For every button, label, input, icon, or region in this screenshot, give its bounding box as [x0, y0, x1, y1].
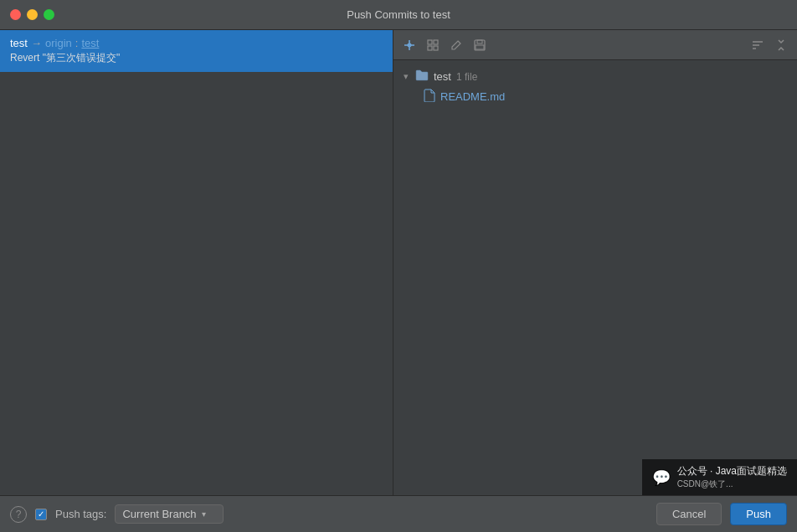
chevron-down-icon: ▾ [404, 71, 409, 82]
push-tags-checkbox[interactable]: ✓ [35, 509, 47, 520]
traffic-lights [10, 9, 54, 20]
remote-name: origin [45, 37, 72, 49]
edit-icon[interactable] [447, 36, 465, 54]
commit-item[interactable]: test → origin : test Revert "第三次错误提交" [0, 30, 393, 72]
toolbar-right [748, 36, 790, 54]
help-button[interactable]: ? [10, 506, 27, 523]
checkmark-icon: ✓ [38, 509, 44, 519]
main-content: test → origin : test Revert "第三次错误提交" [0, 30, 797, 495]
push-button[interactable]: Push [730, 503, 787, 525]
svg-rect-3 [428, 40, 432, 44]
pin-icon[interactable] [400, 36, 419, 54]
branch-dropdown[interactable]: Current Branch ▾ [115, 504, 224, 524]
svg-rect-9 [476, 45, 484, 49]
changes-toolbar [393, 30, 797, 60]
branch-dropdown-value: Current Branch [122, 508, 196, 520]
window-title: Push Commits to test [347, 8, 450, 21]
tree-file[interactable]: README.md [397, 86, 794, 107]
commit-message: Revert "第三次错误提交" [10, 51, 383, 65]
colon-separator: : [75, 37, 79, 49]
commits-panel: test → origin : test Revert "第三次错误提交" [0, 30, 393, 495]
svg-rect-4 [434, 40, 438, 44]
close-button[interactable] [10, 9, 21, 20]
branch-name: test [10, 37, 28, 49]
expand-icon[interactable] [772, 36, 790, 54]
title-bar: Push Commits to test [0, 0, 797, 30]
folder-file-count: 1 file [456, 71, 477, 83]
folder-name: test [434, 70, 451, 83]
push-tags-label: Push tags: [55, 508, 106, 520]
arrow-icon: → [31, 37, 42, 49]
file-name: README.md [440, 90, 505, 103]
save-icon[interactable] [470, 36, 489, 54]
tree-folder[interactable]: ▾ test 1 file [397, 67, 794, 86]
cancel-button[interactable]: Cancel [656, 503, 722, 525]
svg-rect-6 [434, 46, 438, 50]
files-tree: ▾ test 1 file README.md [393, 60, 797, 495]
maximize-button[interactable] [44, 9, 54, 20]
file-icon [424, 89, 435, 105]
svg-rect-5 [428, 46, 432, 50]
commit-branch-line: test → origin : test [10, 37, 383, 49]
grid-icon[interactable] [424, 36, 442, 54]
bottom-bar: ? ✓ Push tags: Current Branch ▾ Cancel P… [0, 495, 797, 532]
changes-panel: ▾ test 1 file README.md [393, 30, 797, 495]
minimize-button[interactable] [27, 9, 38, 20]
target-branch: test [81, 37, 99, 49]
folder-icon [415, 69, 429, 84]
chevron-down-icon: ▾ [202, 509, 206, 519]
toolbar-left [400, 36, 489, 54]
sort-icon[interactable] [748, 36, 767, 54]
